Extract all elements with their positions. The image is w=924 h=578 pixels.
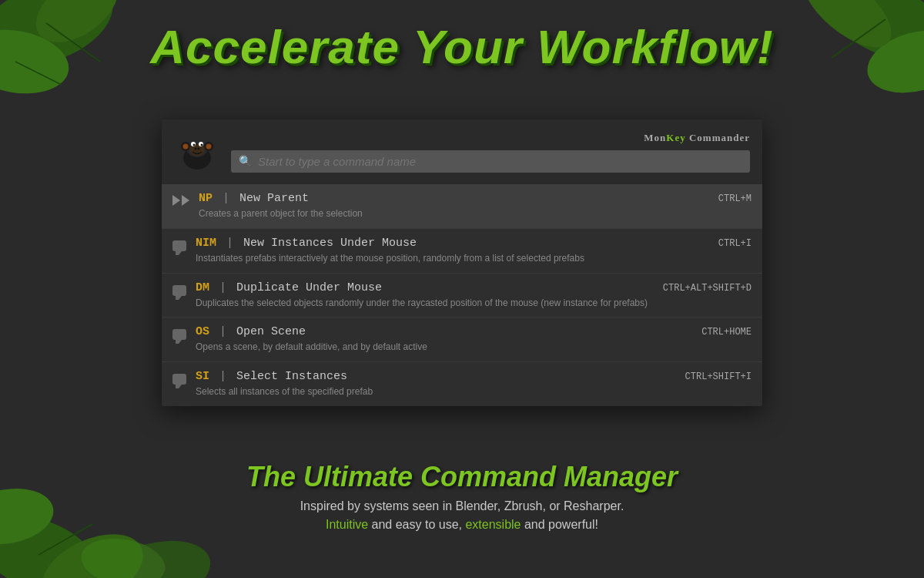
command-shortcut-nim: CTRL+I	[718, 238, 752, 249]
svg-point-14	[78, 533, 169, 578]
command-content-os: OS | Open Scene Opens a scene, by defaul…	[196, 325, 692, 354]
command-desc-os: Opens a scene, by default additive, and …	[196, 341, 692, 354]
command-abbr-nim: NIM	[196, 237, 216, 250]
svg-point-13	[90, 529, 218, 578]
footer-tagline: Intuitive and easy to use, extensible an…	[0, 518, 924, 532]
header-section: Accelerate Your Workflow!	[0, 19, 924, 74]
monkey-logo	[174, 129, 220, 175]
command-item-os[interactable]: OS | Open Scene Opens a scene, by defaul…	[162, 318, 762, 362]
command-shortcut-dm: CTRL+ALT+SHIFT+D	[663, 283, 752, 294]
search-icon: 🔍	[239, 155, 252, 167]
command-shortcut-np: CTRL+M	[718, 193, 752, 204]
command-name-os: Open Scene	[236, 325, 306, 338]
search-input[interactable]	[258, 155, 742, 168]
brand-monkey: Mon	[644, 132, 666, 143]
command-list: NP | New Parent Creates a parent object …	[162, 184, 762, 406]
command-title-nim: NIM | New Instances Under Mouse	[196, 237, 709, 250]
command-shortcut-os: CTRL+HOME	[701, 327, 752, 338]
command-content-si: SI | Select Instances Selects all instan…	[196, 370, 676, 398]
svg-point-20	[206, 144, 212, 150]
command-abbr-dm: DM	[196, 281, 209, 294]
command-shortcut-si: CTRL+SHIFT+I	[685, 371, 752, 382]
svg-point-24	[193, 144, 196, 146]
footer-section: The Ultimate Command Manager Inspired by…	[0, 461, 924, 532]
command-name-np: New Parent	[239, 192, 309, 205]
svg-point-27	[198, 148, 200, 150]
arrow-icon	[172, 193, 189, 206]
tagline-intuitive: Intuitive	[326, 518, 368, 531]
svg-point-25	[201, 144, 203, 146]
command-name-nim: New Instances Under Mouse	[243, 237, 417, 250]
command-abbr-os: OS	[196, 325, 209, 338]
command-title-np: NP | New Parent	[199, 192, 709, 205]
command-content-np: NP | New Parent Creates a parent object …	[199, 192, 709, 220]
bubble-icon-si	[172, 371, 186, 385]
panel-branding: MonKey Commander	[231, 132, 750, 144]
bubble-icon-dm	[172, 283, 186, 296]
command-panel: MonKey Commander 🔍 NP | New Parent Cre	[162, 119, 762, 406]
command-desc-nim: Instantiates prefabs interactively at th…	[196, 252, 709, 265]
command-title-si: SI | Select Instances	[196, 370, 676, 383]
command-desc-np: Creates a parent object for the selectio…	[199, 207, 709, 220]
brand-commander: Commander	[689, 132, 750, 143]
footer-description: Inspired by systems seen in Blender, Zbr…	[0, 499, 924, 513]
command-item-np[interactable]: NP | New Parent Creates a parent object …	[162, 184, 762, 229]
bubble-icon-nim	[172, 238, 186, 251]
command-item-si[interactable]: SI | Select Instances Selects all instan…	[162, 362, 762, 406]
brand-key: Key	[666, 132, 685, 143]
command-content-nim: NIM | New Instances Under Mouse Instanti…	[196, 237, 709, 265]
bubble-icon-os	[172, 327, 186, 340]
command-desc-dm: Duplicates the selected objects randomly…	[196, 297, 654, 310]
main-title: Accelerate Your Workflow!	[0, 19, 924, 74]
svg-point-18	[183, 144, 189, 150]
search-box[interactable]: 🔍	[231, 150, 750, 173]
command-desc-si: Selects all instances of the specified p…	[196, 385, 676, 398]
command-name-dm: Duplicate Under Mouse	[236, 281, 382, 294]
panel-title-area: MonKey Commander 🔍	[231, 132, 750, 173]
command-abbr-np: NP	[199, 192, 213, 205]
command-title-dm: DM | Duplicate Under Mouse	[196, 281, 654, 294]
command-content-dm: DM | Duplicate Under Mouse Duplicates th…	[196, 281, 654, 310]
command-title-os: OS | Open Scene	[196, 325, 692, 338]
tagline-extensible: extensible	[465, 518, 521, 531]
command-name-si: Select Instances	[236, 370, 347, 383]
command-abbr-si: SI	[196, 370, 209, 383]
command-item-dm[interactable]: DM | Duplicate Under Mouse Duplicates th…	[162, 274, 762, 318]
tagline-suffix-1: and easy to use,	[368, 518, 465, 531]
panel-header: MonKey Commander 🔍	[162, 119, 762, 184]
tagline-suffix-2: and powerful!	[521, 518, 598, 531]
svg-point-26	[195, 148, 197, 150]
command-item-nim[interactable]: NIM | New Instances Under Mouse Instanti…	[162, 229, 762, 274]
footer-title: The Ultimate Command Manager	[0, 461, 924, 493]
